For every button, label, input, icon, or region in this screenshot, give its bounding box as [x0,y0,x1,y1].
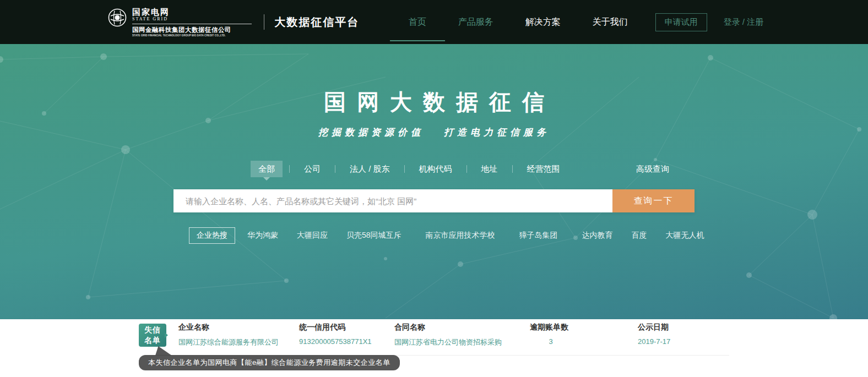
state-grid-emblem-icon [108,8,127,27]
hot-search-links: 华为鸿蒙 大疆回应 贝壳58同城互斥 南京市应用技术学校 獐子岛集团 达内教育 … [247,231,704,241]
hot-search-row: 企业热搜 华为鸿蒙 大疆回应 贝壳58同城互斥 南京市应用技术学校 獐子岛集团 … [189,227,695,244]
column-header: 统一信用代码 [299,323,394,332]
hot-search-item[interactable]: 南京市应用技术学校 [426,231,495,241]
tooltip-arrow [155,346,172,356]
column-value: 国网江苏省电力公司物资招标采购 [394,337,530,347]
hero-subtitle: 挖掘数据资源价值打造电力征信服务 [0,126,868,139]
advanced-search-link[interactable]: 高级查询 [636,164,669,174]
apply-trial-button[interactable]: 申请试用 [655,13,707,31]
page: 国家电网 STATE GRID 国网金融科技集团大数据征信公司 STATE GR… [0,0,868,377]
blacklist-badge: 失信 名单 [139,324,166,347]
company-name-en: STATE GRID FINANCIAL TECHNOLOGY GROUP BI… [132,34,225,37]
search-area: 全部 公司 法人 / 股东 机构代码 地址 经营范围 高级查询 [173,161,695,244]
hot-search-item[interactable]: 獐子岛集团 [519,231,558,241]
column-header: 逾期账单数 [530,323,638,332]
nav-item-solutions[interactable]: 解决方案 [524,13,562,31]
hot-search-item[interactable]: 大疆回应 [297,231,328,241]
company-name-cn: 国网金融科技集团大数据征信公司 [132,26,252,34]
search-button[interactable]: 查询一下 [612,189,695,212]
login-link[interactable]: 登录 [724,17,740,26]
blacklist-badge-line2: 名单 [144,335,161,346]
blacklist-section: 失信 名单 企业名称 国网江苏综合能源服务有限公司 统一信用代码 9132000… [0,319,868,377]
hero-content: 国网大数据征信 挖掘数据资源价值打造电力征信服务 全部 公司 法人 / 股东 机… [0,87,868,244]
tab-all[interactable]: 全部 [251,161,283,177]
tab-address[interactable]: 地址 [474,161,506,177]
search-input[interactable] [173,189,612,212]
tab-divider [404,165,405,173]
column-value: 2019-7-17 [638,337,729,346]
tab-company[interactable]: 公司 [296,161,328,177]
hero-subtitle-right: 打造电力征信服务 [444,127,550,138]
state-grid-logo[interactable]: 国家电网 STATE GRID 国网金融科技集团大数据征信公司 STATE GR… [108,7,252,37]
main-nav: 首页 产品服务 解决方案 关于我们 [408,13,629,31]
column-header: 公示日期 [638,323,729,332]
blacklist-tooltip: 本失信企业名单为国网电商【能e融】综合能源业务费用逾期未交企业名单 [139,355,400,370]
hero-section: 国网大数据征信 挖掘数据资源价值打造电力征信服务 全部 公司 法人 / 股东 机… [0,44,868,319]
hot-search-item[interactable]: 贝壳58同城互斥 [346,231,402,241]
platform-title: 大数据征信平台 [274,15,359,30]
search-tabs-row: 全部 公司 法人 / 股东 机构代码 地址 经营范围 高级查询 [173,161,695,177]
tab-divider [512,165,513,173]
hot-search-item[interactable]: 达内教育 [582,231,613,241]
nav-item-products[interactable]: 产品服务 [457,13,495,31]
nav-item-about[interactable]: 关于我们 [592,13,629,31]
column-credit-code: 统一信用代码 9132000057538771X1 [299,323,394,347]
column-value: 国网江苏综合能源服务有限公司 [178,337,299,347]
brand-text: 国家电网 STATE GRID 国网金融科技集团大数据征信公司 STATE GR… [132,7,252,37]
tab-divider [466,165,467,173]
register-link[interactable]: 注册 [747,17,763,26]
auth-links: 登录/注册 [724,17,763,28]
blacklist-badge-line1: 失信 [144,325,161,335]
brand-name-cn: 国家电网 [132,7,252,17]
column-contract-name: 合同名称 国网江苏省电力公司物资招标采购 [394,323,530,347]
column-publish-date: 公示日期 2019-7-17 [638,323,729,347]
column-company-name: 企业名称 国网江苏综合能源服务有限公司 [178,323,299,347]
nav-item-home[interactable]: 首页 [408,13,427,31]
column-overdue-bills: 逾期账单数 3 [530,323,638,347]
header-divider [264,14,264,30]
brand-divider [132,24,252,24]
hero-subtitle-left: 挖掘数据资源价值 [318,127,424,138]
column-value: 9132000057538771X1 [299,337,394,346]
hot-search-item[interactable]: 大疆无人机 [666,231,704,241]
hot-search-item[interactable]: 华为鸿蒙 [247,231,278,241]
column-value: 3 [530,337,572,346]
blacklist-record-row[interactable]: 企业名称 国网江苏综合能源服务有限公司 统一信用代码 9132000057538… [178,323,729,356]
search-tabs: 全部 公司 法人 / 股东 机构代码 地址 经营范围 [251,161,568,177]
tab-divider [335,165,335,173]
auth-slash: / [742,17,745,26]
brand-name-en: STATE GRID [132,17,252,21]
column-header: 企业名称 [178,323,299,332]
tab-org-code[interactable]: 机构代码 [411,161,460,177]
hot-search-label: 企业热搜 [189,227,235,244]
hot-search-item[interactable]: 百度 [632,231,647,241]
hero-title: 国网大数据征信 [0,87,868,117]
column-header: 合同名称 [394,323,530,332]
tab-business-scope[interactable]: 经营范围 [519,161,568,177]
search-bar: 查询一下 [173,189,695,212]
tab-divider [289,165,290,173]
tab-legal-person[interactable]: 法人 / 股东 [342,161,398,177]
top-nav-bar: 国家电网 STATE GRID 国网金融科技集团大数据征信公司 STATE GR… [0,0,868,44]
